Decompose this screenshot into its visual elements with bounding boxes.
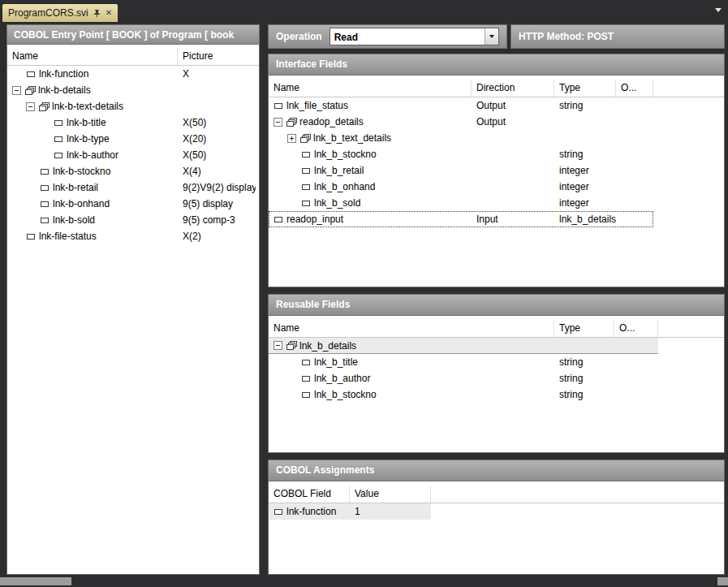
indent-spacer <box>269 395 301 395</box>
tree-row-lnk-function[interactable]: lnk-function1 <box>269 503 431 520</box>
type-cell: string <box>554 97 616 114</box>
type-cell: integer <box>554 179 616 195</box>
tree-row-lnk-b-title[interactable]: lnk-b-titleX(50) <box>7 114 256 131</box>
column-header-direction[interactable]: Direction <box>472 80 554 97</box>
pin-icon[interactable] <box>93 9 101 18</box>
tree-row-lnk_b_author[interactable]: lnk_b_authorstring <box>269 370 658 386</box>
column-header-type[interactable]: Type <box>554 80 616 97</box>
collapse-icon[interactable] <box>274 118 282 127</box>
column-header-name[interactable]: Name <box>7 48 178 65</box>
column-header-picture[interactable]: Picture <box>178 48 259 65</box>
type-cell: integer <box>554 195 616 211</box>
reusable-fields-header-row: Name Type O... <box>269 320 724 338</box>
column-header-name[interactable]: Name <box>269 80 472 97</box>
http-method-bar: HTTP Method: POST <box>510 24 725 49</box>
column-header-value[interactable]: Value <box>350 486 431 503</box>
service-interface-panel: Operation Read HTTP Method: POST Interfa… <box>268 24 725 575</box>
tab-list-chevron-icon[interactable] <box>715 8 722 12</box>
node-label: lnk-b-text-details <box>52 101 123 112</box>
type-cell: string <box>554 146 616 162</box>
indent-spacer <box>7 106 26 107</box>
tree-row-lnk-b-author[interactable]: lnk-b-authorX(50) <box>7 147 256 163</box>
indent-spacer <box>269 170 301 171</box>
tab-programcors-svi[interactable]: ProgramCORS.svi ✕ <box>2 4 118 22</box>
horizontal-scrollbar-thumb-left[interactable] <box>0 577 71 585</box>
tree-row-lnk-b-retail[interactable]: lnk-b-retail9(2)V9(2) display <box>7 179 256 196</box>
field-item-icon <box>274 215 284 224</box>
column-header-type[interactable]: Type <box>554 320 614 337</box>
column-header-name[interactable]: Name <box>269 320 554 337</box>
node-label: lnk-b-title <box>67 117 106 128</box>
cobol-tree-rows: lnk-functionXlnk-b-detailslnk-b-text-det… <box>7 66 259 574</box>
field-item-icon <box>301 358 312 367</box>
picture-cell: 9(5) comp-3 <box>178 212 256 228</box>
tree-row-lnk-b-stockno[interactable]: lnk-b-stocknoX(4) <box>7 163 256 179</box>
tree-row-readop_input[interactable]: readop_inputInputlnk_b_details <box>269 211 653 227</box>
tree-row-lnk_file_status[interactable]: lnk_file_statusOutputstring <box>269 97 653 114</box>
indent-spacer <box>7 236 26 237</box>
tree-row-lnk-function[interactable]: lnk-functionX <box>7 66 256 82</box>
operation-strip: Operation Read HTTP Method: POST <box>268 24 725 49</box>
collapse-icon[interactable] <box>12 86 21 95</box>
interface-fields-header-row: Name Direction Type O... <box>269 80 724 97</box>
tree-row-lnk-b-sold[interactable]: lnk-b-sold9(5) comp-3 <box>7 212 256 228</box>
indent-spacer <box>269 138 287 139</box>
close-icon[interactable]: ✕ <box>106 9 112 17</box>
tree-row-lnk_b_details[interactable]: lnk_b_details <box>269 338 658 354</box>
node-label: lnk_file_status <box>286 100 348 111</box>
operation-select[interactable]: Read <box>330 28 499 45</box>
group-item-icon <box>286 118 297 127</box>
tree-row-lnk_b_text_details[interactable]: lnk_b_text_details <box>269 130 653 146</box>
indent-spacer <box>269 187 301 188</box>
column-header-cobol-field[interactable]: COBOL Field <box>269 486 350 503</box>
value-cell: 1 <box>350 503 431 520</box>
tree-row-lnk_b_sold[interactable]: lnk_b_soldinteger <box>269 195 653 211</box>
type-cell: integer <box>554 162 616 179</box>
column-header-occurs[interactable]: O... <box>616 80 653 97</box>
indent-spacer <box>269 154 301 155</box>
app-window: ProgramCORS.svi ✕ COBOL Entry Point [ BO… <box>0 0 728 587</box>
field-item-icon <box>40 200 50 209</box>
tree-row-lnk_b_onhand[interactable]: lnk_b_onhandinteger <box>269 179 653 195</box>
combo-dropdown-button[interactable] <box>485 28 498 45</box>
field-item-icon <box>301 391 312 399</box>
indent-spacer <box>7 171 40 172</box>
node-label: lnk-b-details <box>38 84 91 96</box>
indent-spacer <box>7 139 54 140</box>
cobol-assignments-section: COBOL Assignments COBOL Field Value lnk-… <box>268 460 725 575</box>
tree-row-lnk_b_title[interactable]: lnk_b_titlestring <box>269 354 658 370</box>
field-item-icon <box>54 119 64 127</box>
operation-selected-value: Read <box>330 28 485 45</box>
horizontal-scrollbar-thumb-right[interactable] <box>717 577 728 585</box>
field-item-icon <box>274 101 284 110</box>
node-label: lnk-b-sold <box>53 214 95 226</box>
collapse-icon[interactable] <box>274 341 282 350</box>
node-label: lnk-file-status <box>39 231 97 242</box>
node-label: readop_details <box>299 116 364 127</box>
direction-cell: Output <box>472 114 554 130</box>
tree-row-lnk-b-text-details[interactable]: lnk-b-text-details <box>7 98 256 114</box>
tree-row-lnk_b_retail[interactable]: lnk_b_retailinteger <box>269 162 653 179</box>
tree-row-lnk-file-status[interactable]: lnk-file-statusX(2) <box>7 228 256 244</box>
collapse-icon[interactable] <box>26 102 35 111</box>
group-item-icon <box>286 341 297 350</box>
type-cell: lnk_b_details <box>554 211 616 227</box>
tree-row-lnk-b-type[interactable]: lnk-b-typeX(20) <box>7 131 256 147</box>
field-item-icon <box>301 374 312 383</box>
cobol-tree-table: Name Picture lnk-functionXlnk-b-detailsl… <box>6 45 260 575</box>
indent-spacer <box>269 203 301 204</box>
tree-row-lnk-b-onhand[interactable]: lnk-b-onhand9(5) display <box>7 196 256 212</box>
tree-row-readop_details[interactable]: readop_detailsOutput <box>269 114 653 130</box>
tree-row-lnk_b_stockno[interactable]: lnk_b_stocknostring <box>269 386 658 403</box>
field-item-icon <box>40 167 50 176</box>
tree-row-lnk-b-details[interactable]: lnk-b-details <box>7 82 256 98</box>
expand-icon[interactable] <box>287 134 296 143</box>
column-header-occurs[interactable]: O... <box>614 320 658 337</box>
indent-spacer <box>269 362 301 363</box>
field-item-icon <box>301 183 312 192</box>
node-label: lnk-b-retail <box>53 182 98 193</box>
tree-row-lnk_b_stockno[interactable]: lnk_b_stocknostring <box>269 146 653 162</box>
chevron-down-icon <box>489 35 494 38</box>
indent-spacer <box>7 74 26 75</box>
field-item-icon <box>274 507 284 516</box>
